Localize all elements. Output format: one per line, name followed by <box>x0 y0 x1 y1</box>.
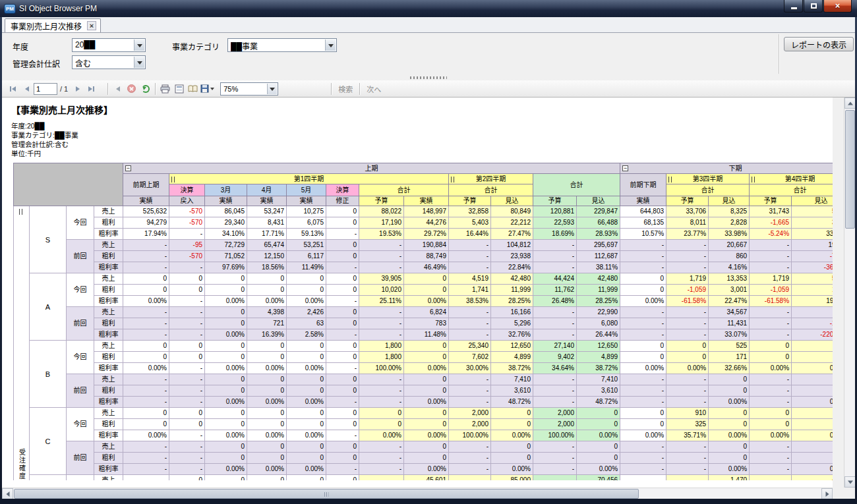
value-cell: 0 <box>577 419 620 430</box>
vertical-scroll-thumb[interactable] <box>845 110 855 229</box>
vertical-scrollbar[interactable] <box>844 98 855 488</box>
stop-button[interactable] <box>125 82 138 96</box>
toolbar-separator <box>331 83 332 95</box>
close-button[interactable]: × <box>823 0 852 13</box>
find-next-button[interactable]: 次へ <box>367 84 381 94</box>
value-cell: 48.72% <box>577 397 620 408</box>
sub-forecast-header: 見込 <box>709 196 750 206</box>
value-cell: - <box>750 374 792 385</box>
chevron-down-icon[interactable] <box>267 84 277 94</box>
value-cell: 7,410 <box>491 374 533 385</box>
value-cell: 46.49% <box>404 262 449 273</box>
value-cell: - <box>326 229 359 240</box>
zoom-select[interactable]: 75% <box>220 82 278 96</box>
outline-range-icon <box>171 177 175 182</box>
header-label: 見込 <box>506 197 519 204</box>
viewer-toolbar: / 1 75% <box>2 80 855 98</box>
value-cell: 0 <box>792 374 833 385</box>
table-row: 前回売上--9572,72965,47453,2510-190,884-104,… <box>14 240 833 251</box>
value-cell: 0.00% <box>205 363 247 374</box>
collapse-icon[interactable]: − <box>622 165 628 171</box>
value-cell: - <box>666 262 709 273</box>
chevron-down-icon[interactable] <box>325 40 336 51</box>
panel-splitter[interactable] <box>2 75 855 80</box>
value-cell: - <box>123 262 169 273</box>
value-cell: - <box>123 475 169 481</box>
settlement-header: 決算 <box>169 184 205 196</box>
value-cell: 38.72% <box>491 363 533 374</box>
report-meta-category: 事業カテゴリ:██事業 <box>11 130 833 140</box>
value-cell: 0.00% <box>750 430 792 441</box>
horizontal-scroll-thumb[interactable] <box>14 489 639 499</box>
value-cell: -1,059 <box>750 285 792 296</box>
value-cell: 0.00% <box>247 430 287 441</box>
toolbar-separator <box>107 83 108 95</box>
header-label: 予算 <box>548 197 562 204</box>
value-cell: 0 <box>247 419 287 430</box>
value-cell: 0 <box>123 352 169 363</box>
value-cell: - <box>123 307 169 318</box>
maximize-button[interactable] <box>804 0 823 13</box>
value-cell: 0 <box>326 285 359 296</box>
metric-label: 粗利率 <box>94 430 123 441</box>
refresh-button[interactable] <box>139 82 152 96</box>
last-page-button[interactable] <box>85 82 98 96</box>
value-cell: 5,186 <box>792 206 833 217</box>
first-page-button[interactable] <box>7 82 19 96</box>
value-cell: 38.11% <box>577 262 620 273</box>
chevron-down-icon[interactable] <box>134 40 144 51</box>
scroll-up-button[interactable] <box>844 98 855 109</box>
minimize-button[interactable] <box>784 0 803 13</box>
value-cell: 7,602 <box>449 352 491 363</box>
chevron-down-icon[interactable] <box>134 57 144 68</box>
value-cell: 190,884 <box>404 240 449 251</box>
next-page-button[interactable] <box>71 82 84 96</box>
show-report-button[interactable]: レポートの表示 <box>784 37 854 51</box>
value-cell: 28.93% <box>577 229 620 240</box>
page-number-input[interactable] <box>34 83 57 95</box>
print-layout-button[interactable] <box>173 82 185 96</box>
value-cell: - <box>449 329 491 341</box>
value-cell: - <box>750 251 792 262</box>
value-cell: 25.11% <box>359 296 404 307</box>
category-select[interactable]: ██事業 <box>227 38 337 52</box>
header-label: 見込 <box>723 197 736 204</box>
tab-label: 事業別売上月次推移 <box>11 20 82 32</box>
value-cell: 5,000 <box>792 273 833 285</box>
value-cell: 70,456 <box>577 475 620 481</box>
value-cell: 0 <box>792 441 833 453</box>
value-cell: - <box>533 397 577 408</box>
toolbar-separator <box>155 83 156 95</box>
print-button[interactable] <box>159 82 171 96</box>
value-cell: 0 <box>287 341 326 352</box>
metric-label: 粗利 <box>94 419 123 430</box>
export-button[interactable] <box>200 82 214 96</box>
value-cell: 148,997 <box>404 206 449 217</box>
scroll-right-button[interactable] <box>821 488 833 499</box>
find-button[interactable]: 検索 <box>338 84 353 94</box>
value-cell: 100.00% <box>533 430 577 441</box>
value-cell: 0 <box>123 419 169 430</box>
journal-select[interactable]: 含む <box>72 55 146 69</box>
value-cell: 5,403 <box>449 217 491 229</box>
page-setup-button[interactable] <box>187 82 199 96</box>
value-cell: 97.69% <box>205 262 247 273</box>
value-cell: 11.48% <box>404 329 449 341</box>
value-cell: 3,001 <box>709 285 750 296</box>
tab-sales-monthly-trend[interactable]: 事業別売上月次推移 × <box>5 18 101 32</box>
value-cell: - <box>123 441 169 453</box>
value-cell: 0.00% <box>287 296 326 307</box>
back-to-parent-button[interactable] <box>111 82 124 96</box>
scroll-left-button[interactable] <box>2 488 13 499</box>
value-cell: - <box>123 240 169 251</box>
header-label: 前期上期 <box>133 181 160 188</box>
horizontal-scrollbar[interactable] <box>2 488 833 499</box>
scroll-down-button[interactable] <box>844 476 855 488</box>
tab-close-icon[interactable]: × <box>87 21 96 30</box>
year-select[interactable]: 20██ <box>72 38 146 52</box>
value-cell: 0 <box>326 273 359 285</box>
collapse-icon[interactable]: − <box>125 165 131 171</box>
value-cell: 0.00% <box>287 363 326 374</box>
value-cell: 22.84% <box>491 262 533 273</box>
prev-page-button[interactable] <box>20 82 33 96</box>
